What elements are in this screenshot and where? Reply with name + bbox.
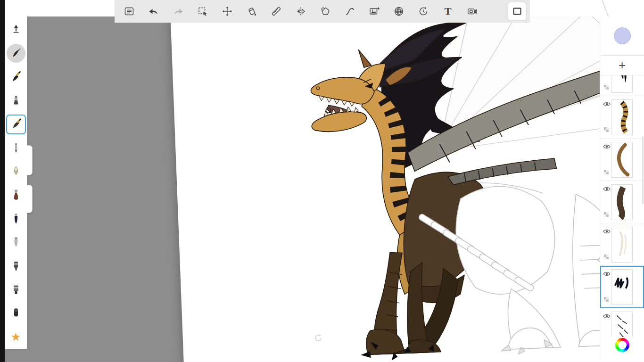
- layer-thumbnail[interactable]: [611, 227, 633, 263]
- marker-tool[interactable]: [7, 257, 25, 275]
- eraser-tool[interactable]: [7, 304, 25, 322]
- transparency-checker-icon[interactable]: [604, 210, 609, 219]
- main-toolbar: T: [115, 0, 530, 23]
- layer-visibility-eye-icon[interactable]: [603, 228, 611, 236]
- camera-icon: [467, 6, 478, 17]
- canvas-rotate-indicator-icon: [314, 333, 323, 343]
- layer-thumbnail[interactable]: [611, 312, 633, 337]
- broad-marker-icon: [9, 283, 23, 296]
- drawing-canvas[interactable]: [170, 16, 644, 362]
- time-lapse-icon: [418, 6, 429, 17]
- import-image-button[interactable]: [366, 3, 382, 19]
- layer-row[interactable]: [600, 308, 644, 337]
- inking-pen-tool[interactable]: [7, 163, 25, 181]
- layer-row[interactable]: [600, 96, 644, 139]
- eraser-icon: [9, 307, 23, 320]
- layer-row-selected[interactable]: [600, 266, 644, 308]
- ruler-button[interactable]: [268, 3, 284, 19]
- brush-library-icon: [124, 6, 135, 17]
- layers-scrollbar[interactable]: [642, 136, 644, 204]
- symmetry-button[interactable]: [293, 3, 309, 19]
- layer-visibility-eye-icon[interactable]: [603, 143, 611, 151]
- star-icon: ★: [11, 331, 21, 343]
- layer-visibility-eye-icon[interactable]: [603, 185, 611, 194]
- brush-library-button[interactable]: [121, 3, 137, 19]
- camera-button[interactable]: [464, 3, 480, 19]
- fill-icon: [246, 6, 257, 17]
- transparency-checker-icon[interactable]: [604, 253, 609, 261]
- transparency-checker-icon[interactable]: [604, 168, 609, 176]
- color-wheel[interactable]: [615, 338, 629, 352]
- transform-button[interactable]: [219, 3, 235, 19]
- shapes-button[interactable]: [317, 3, 333, 19]
- airbrush-tool[interactable]: [7, 20, 25, 38]
- layer-thumbnail[interactable]: [611, 75, 633, 93]
- text-tool-button[interactable]: T: [440, 3, 456, 19]
- broad-marker-tool[interactable]: [7, 281, 25, 299]
- layer-row[interactable]: [600, 181, 644, 223]
- layer-visibility-eye-icon[interactable]: [603, 313, 611, 321]
- color-puck[interactable]: [614, 27, 631, 44]
- brush-toolbar: ★: [5, 16, 27, 349]
- window-edge-strip: [0, 0, 5, 362]
- pen-nib-icon: [9, 165, 23, 178]
- time-lapse-button[interactable]: [415, 3, 431, 19]
- flat-brush-icon: [9, 118, 23, 131]
- fullscreen-icon: [512, 6, 523, 17]
- transparency-checker-icon[interactable]: [604, 125, 609, 134]
- airbrush-icon: [9, 23, 23, 36]
- active-brush-puck[interactable]: [7, 44, 25, 63]
- layer-thumbnail[interactable]: [611, 99, 633, 135]
- smudge-brush-tool[interactable]: [7, 234, 25, 252]
- perspective-grid-icon: [393, 6, 405, 17]
- slide-out-tab-upper[interactable]: [27, 145, 33, 175]
- undo-button[interactable]: [146, 3, 162, 19]
- paintbrush-tool[interactable]: [7, 68, 25, 86]
- perspective-guides-button[interactable]: [391, 3, 407, 19]
- ink-brush-icon: [9, 213, 23, 226]
- color-puck-area: [600, 16, 644, 55]
- layer-thumbnail[interactable]: [611, 269, 633, 305]
- redo-icon: [173, 6, 184, 17]
- transparency-checker-icon[interactable]: [604, 83, 609, 91]
- chisel-marker-tool[interactable]: [7, 92, 25, 110]
- canvas-workspace: [5, 16, 644, 362]
- favorites-button[interactable]: ★: [7, 328, 25, 346]
- watercolor-brush-tool[interactable]: [7, 186, 25, 204]
- layer-visibility-eye-icon[interactable]: [603, 270, 611, 279]
- redo-button[interactable]: [170, 3, 186, 19]
- marquee-select-icon: [197, 6, 208, 17]
- layer-row[interactable]: [600, 139, 644, 181]
- transform-icon: [222, 6, 233, 17]
- symmetry-icon: [295, 6, 306, 17]
- undo-icon: [148, 6, 159, 17]
- add-layer-button[interactable]: +: [600, 56, 644, 75]
- ink-brush-tool[interactable]: [7, 210, 25, 228]
- layer-thumbnail[interactable]: [611, 184, 633, 220]
- fill-button[interactable]: [244, 3, 260, 19]
- ruler-icon: [271, 6, 282, 17]
- predictive-stroke-button[interactable]: [342, 3, 358, 19]
- layers-list: [600, 75, 644, 337]
- layers-panel: +: [600, 16, 644, 362]
- plus-icon: +: [619, 58, 626, 73]
- layer-thumbnail[interactable]: [611, 142, 633, 178]
- import-image-icon: [369, 6, 380, 17]
- paintbrush-icon: [9, 71, 23, 84]
- artwork-stray-line: [602, 0, 610, 18]
- layer-row[interactable]: [600, 75, 644, 96]
- layer-row[interactable]: [600, 223, 644, 266]
- layer-visibility-eye-icon[interactable]: [603, 100, 611, 109]
- watercolor-brush-icon: [9, 189, 23, 202]
- marquee-select-button[interactable]: [195, 3, 211, 19]
- fullscreen-button[interactable]: [508, 2, 526, 20]
- smudge-brush-icon: [9, 236, 23, 249]
- flat-sketch-brush-tool[interactable]: [7, 115, 25, 133]
- brush-icon: [9, 47, 23, 60]
- color-wheel-center: [618, 341, 627, 349]
- slide-out-tab-lower[interactable]: [27, 185, 33, 213]
- pencil-tool[interactable]: [7, 139, 25, 157]
- dragon-artwork: [170, 16, 644, 362]
- color-wheel-area: [600, 337, 644, 362]
- transparency-checker-icon[interactable]: [604, 295, 609, 304]
